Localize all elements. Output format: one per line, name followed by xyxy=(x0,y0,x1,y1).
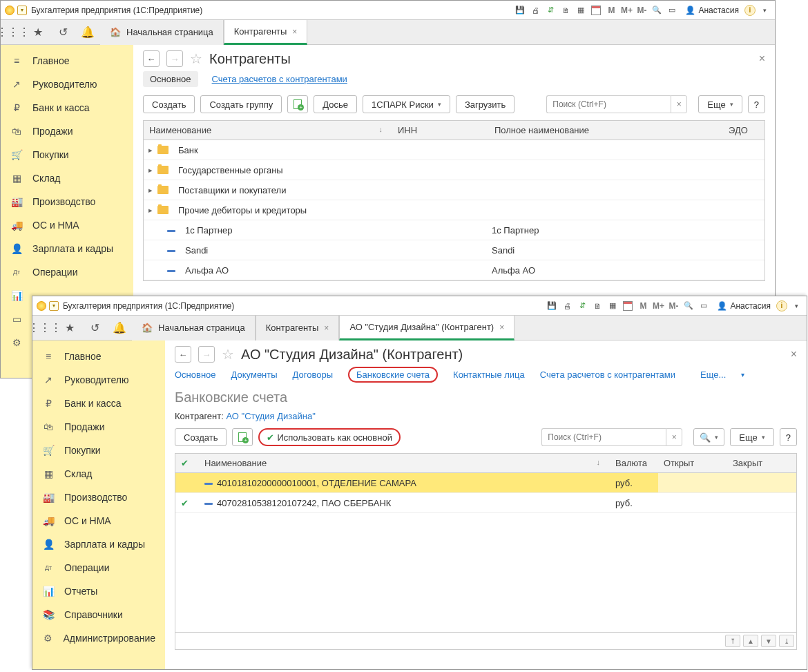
table-row[interactable]: 40101810200000010001, ОТДЕЛЕНИЕ САМАРА р… xyxy=(175,473,796,493)
panel-icon[interactable]: ▭ xyxy=(698,300,710,312)
zoom-icon[interactable]: 🔍 xyxy=(651,4,663,17)
col-edo[interactable]: ЭДО xyxy=(723,125,764,135)
menu-caret-icon[interactable]: ▾ xyxy=(758,4,771,17)
sidebar-item-operations[interactable]: ДтОперации xyxy=(32,556,165,579)
calc-icon[interactable]: ▦ xyxy=(575,4,587,17)
filter-button[interactable]: 🔍▾ xyxy=(693,428,724,446)
sidebar-item-production[interactable]: 🏭Производство xyxy=(32,486,165,509)
dropdown-icon[interactable]: ▾ xyxy=(17,6,27,15)
sidebar-item-warehouse[interactable]: ▦Склад xyxy=(32,462,165,486)
nav-bottom-icon[interactable]: ⤓ xyxy=(779,635,794,647)
col-currency[interactable]: Валюта xyxy=(610,458,658,468)
calc-icon[interactable]: ▦ xyxy=(606,300,619,312)
check-col-icon[interactable]: ✔ xyxy=(181,458,189,468)
sidebar-item-bank[interactable]: ₽Банк и касса xyxy=(1,96,133,119)
save-icon[interactable]: 💾 xyxy=(514,4,526,17)
sidebar-item-refs[interactable]: 📚Справочники xyxy=(32,603,165,626)
tab-contractors[interactable]: Контрагенты× xyxy=(224,20,308,45)
table-row[interactable]: 1с Партнер1с Партнер xyxy=(144,220,764,240)
clear-search-icon[interactable]: × xyxy=(666,428,682,446)
save-icon[interactable]: 💾 xyxy=(546,300,558,312)
m-minus-icon[interactable]: M- xyxy=(667,300,680,312)
print-icon[interactable]: 🖨 xyxy=(529,4,541,17)
compare-icon[interactable]: ⇵ xyxy=(544,4,557,17)
col-name[interactable]: Наименование xyxy=(204,458,267,468)
calendar-icon[interactable] xyxy=(590,4,602,17)
back-button[interactable]: ← xyxy=(175,346,191,363)
col-full[interactable]: Полное наименование xyxy=(489,125,723,135)
create-group-button[interactable]: Создать группу xyxy=(200,95,282,113)
expand-icon[interactable]: ▸ xyxy=(144,166,157,175)
table-row[interactable]: ▸Поставщики и покупатели xyxy=(144,180,764,200)
calendar-icon[interactable] xyxy=(622,300,634,312)
tab-home[interactable]: 🏠Начальная страница xyxy=(100,20,224,45)
info-icon[interactable]: i xyxy=(776,300,787,311)
spark-button[interactable]: 1СПАРК Риски▾ xyxy=(363,95,450,113)
tab-contractors[interactable]: Контрагенты× xyxy=(256,316,340,340)
table-row[interactable]: SandiSandi xyxy=(144,240,764,260)
table-row[interactable]: Альфа АОАльфа АО xyxy=(144,260,764,280)
sidebar-item-reports[interactable]: 📊Отчеты xyxy=(32,579,165,603)
create-doc-button[interactable] xyxy=(232,428,253,446)
expand-icon[interactable]: ▸ xyxy=(144,146,157,155)
close-icon[interactable]: × xyxy=(292,27,297,37)
search-input[interactable] xyxy=(546,95,671,113)
star-icon[interactable]: ☆ xyxy=(190,50,202,67)
sidebar-item-sales[interactable]: 🛍Продажи xyxy=(32,415,165,439)
col-inn[interactable]: ИНН xyxy=(392,125,489,135)
info-icon[interactable]: i xyxy=(744,5,756,16)
sidebar-item-admin[interactable]: ⚙Администрирование xyxy=(32,626,165,650)
sidebar-item-payroll[interactable]: 👤Зарплата и кадры xyxy=(32,532,165,556)
col-open[interactable]: Открыт xyxy=(658,458,727,468)
search-input[interactable] xyxy=(541,428,666,446)
tab-home[interactable]: 🏠Начальная страница xyxy=(132,316,256,340)
bell-icon[interactable]: 🔔 xyxy=(75,20,100,45)
sidebar-item-manager[interactable]: ↗Руководителю xyxy=(1,73,133,96)
expand-icon[interactable]: ▸ xyxy=(144,206,157,215)
subnav-contacts[interactable]: Контактные лица xyxy=(453,369,525,380)
subnav-settlement[interactable]: Счета расчетов с контрагентами xyxy=(540,369,675,380)
history-icon[interactable]: ↺ xyxy=(82,316,107,340)
expand-icon[interactable]: ▸ xyxy=(144,186,157,195)
sidebar-item-main[interactable]: ≡Главное xyxy=(1,49,133,73)
table-row[interactable]: ▸Прочие дебиторы и кредиторы xyxy=(144,200,764,220)
sidebar-item-assets[interactable]: 🚚ОС и НМА xyxy=(32,509,165,532)
user-label[interactable]: 👤Анастасия xyxy=(685,6,739,15)
history-icon[interactable]: ↺ xyxy=(50,20,75,45)
contractor-link[interactable]: АО "Студия Дизайна" xyxy=(226,411,315,421)
menu-caret-icon[interactable]: ▾ xyxy=(790,300,802,312)
sidebar-item-purchases[interactable]: 🛒Покупки xyxy=(32,439,165,462)
sort-icon[interactable]: ↓ xyxy=(597,458,605,468)
close-icon[interactable]: × xyxy=(499,323,504,332)
forward-button[interactable]: → xyxy=(198,346,215,363)
close-icon[interactable]: × xyxy=(324,323,329,333)
apps-icon[interactable]: ⋮⋮⋮ xyxy=(1,20,26,45)
user-label[interactable]: 👤Анастасия xyxy=(717,301,771,311)
bell-icon[interactable]: 🔔 xyxy=(107,316,132,340)
subnav-contracts[interactable]: Договоры xyxy=(293,369,333,380)
table-row[interactable]: ✔ 40702810538120107242, ПАО СБЕРБАНК руб… xyxy=(175,493,796,513)
sidebar-item-main[interactable]: ≡Главное xyxy=(32,345,165,368)
m-plus-icon[interactable]: M+ xyxy=(652,300,664,312)
clear-search-icon[interactable]: × xyxy=(671,95,687,113)
subnav-docs[interactable]: Документы xyxy=(231,369,278,380)
subnav-main[interactable]: Основное xyxy=(175,369,216,380)
more-button[interactable]: Еще▾ xyxy=(730,428,773,446)
doc-icon[interactable]: 🗎 xyxy=(559,4,572,17)
nav-up-icon[interactable]: ▲ xyxy=(743,635,758,647)
sidebar-item-production[interactable]: 🏭Производство xyxy=(1,190,133,213)
panel-icon[interactable]: ▭ xyxy=(666,4,678,17)
help-button[interactable]: ? xyxy=(780,428,797,446)
fav-icon[interactable]: ★ xyxy=(26,20,50,45)
dossier-button[interactable]: Досье xyxy=(314,95,357,113)
sidebar-item-operations[interactable]: ДтОперации xyxy=(1,260,133,284)
nav-top-icon[interactable]: ⤒ xyxy=(725,635,740,647)
create-doc-button[interactable] xyxy=(287,95,308,113)
sidebar-item-sales[interactable]: 🛍Продажи xyxy=(1,119,133,143)
sidebar-item-manager[interactable]: ↗Руководителю xyxy=(32,368,165,392)
table-row[interactable]: ▸Банк xyxy=(144,140,764,160)
use-as-main-button[interactable]: ✔Использовать как основной xyxy=(258,428,401,446)
tab-contractor-card[interactable]: АО "Студия Дизайна" (Контрагент)× xyxy=(339,316,514,340)
table-row[interactable]: ▸Государственные органы xyxy=(144,160,764,180)
col-close[interactable]: Закрыт xyxy=(727,458,796,468)
